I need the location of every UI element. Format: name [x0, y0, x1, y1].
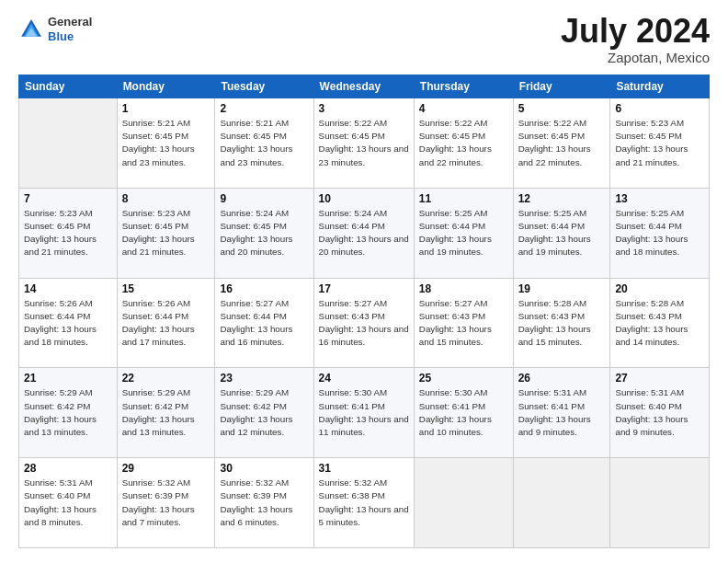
cell-info: Sunrise: 5:31 AMSunset: 6:41 PMDaylight:…	[518, 386, 606, 439]
cell-info: Sunrise: 5:25 AMSunset: 6:44 PMDaylight:…	[419, 207, 508, 259]
column-header-tuesday: Tuesday	[215, 75, 313, 98]
calendar-cell: 13Sunrise: 5:25 AMSunset: 6:44 PMDayligh…	[610, 188, 710, 278]
calendar-cell: 31Sunrise: 5:32 AMSunset: 6:38 PMDayligh…	[313, 458, 414, 548]
cell-info: Sunrise: 5:23 AMSunset: 6:45 PMDaylight:…	[122, 207, 210, 259]
cell-info: Sunrise: 5:22 AMSunset: 6:45 PMDaylight:…	[319, 117, 409, 169]
calendar-week-4: 28Sunrise: 5:31 AMSunset: 6:40 PMDayligh…	[19, 458, 710, 548]
calendar-cell: 2Sunrise: 5:21 AMSunset: 6:45 PMDaylight…	[215, 98, 313, 189]
cell-info: Sunrise: 5:27 AMSunset: 6:44 PMDaylight:…	[220, 297, 308, 350]
calendar-cell: 1Sunrise: 5:21 AMSunset: 6:45 PMDaylight…	[117, 98, 215, 189]
calendar-subtitle: Zapotan, Mexico	[561, 50, 710, 65]
cell-info: Sunrise: 5:32 AMSunset: 6:39 PMDaylight:…	[220, 477, 308, 529]
calendar-cell: 12Sunrise: 5:25 AMSunset: 6:44 PMDayligh…	[513, 188, 610, 278]
cell-info: Sunrise: 5:21 AMSunset: 6:45 PMDaylight:…	[122, 117, 210, 169]
cell-info: Sunrise: 5:28 AMSunset: 6:43 PMDaylight:…	[615, 297, 704, 350]
calendar-cell	[513, 458, 610, 548]
calendar-cell: 30Sunrise: 5:32 AMSunset: 6:39 PMDayligh…	[215, 458, 313, 548]
cell-day-number: 11	[419, 192, 508, 205]
cell-day-number: 26	[518, 372, 606, 385]
cell-info: Sunrise: 5:30 AMSunset: 6:41 PMDaylight:…	[419, 386, 508, 439]
cell-day-number: 14	[24, 282, 112, 295]
calendar-week-2: 14Sunrise: 5:26 AMSunset: 6:44 PMDayligh…	[19, 278, 710, 368]
cell-info: Sunrise: 5:32 AMSunset: 6:38 PMDaylight:…	[319, 477, 409, 529]
calendar-cell: 8Sunrise: 5:23 AMSunset: 6:45 PMDaylight…	[117, 188, 215, 278]
calendar-cell: 28Sunrise: 5:31 AMSunset: 6:40 PMDayligh…	[19, 458, 118, 548]
cell-day-number: 27	[615, 372, 704, 385]
calendar-cell	[414, 458, 513, 548]
cell-info: Sunrise: 5:29 AMSunset: 6:42 PMDaylight:…	[24, 386, 112, 439]
column-header-monday: Monday	[117, 75, 215, 98]
calendar-cell: 3Sunrise: 5:22 AMSunset: 6:45 PMDaylight…	[313, 98, 414, 189]
calendar-header-row: SundayMondayTuesdayWednesdayThursdayFrid…	[19, 75, 710, 98]
logo: General Blue	[18, 15, 92, 43]
calendar-cell: 19Sunrise: 5:28 AMSunset: 6:43 PMDayligh…	[513, 278, 610, 368]
calendar-cell: 5Sunrise: 5:22 AMSunset: 6:45 PMDaylight…	[513, 98, 610, 189]
cell-info: Sunrise: 5:21 AMSunset: 6:45 PMDaylight:…	[220, 117, 308, 169]
cell-info: Sunrise: 5:26 AMSunset: 6:44 PMDaylight:…	[122, 297, 210, 350]
calendar-cell	[19, 98, 118, 189]
cell-info: Sunrise: 5:24 AMSunset: 6:45 PMDaylight:…	[220, 207, 308, 259]
calendar-cell: 9Sunrise: 5:24 AMSunset: 6:45 PMDaylight…	[215, 188, 313, 278]
calendar-title: July 2024	[561, 15, 710, 48]
cell-day-number: 18	[419, 282, 508, 295]
cell-info: Sunrise: 5:23 AMSunset: 6:45 PMDaylight:…	[615, 117, 704, 169]
calendar-cell: 27Sunrise: 5:31 AMSunset: 6:40 PMDayligh…	[610, 368, 710, 458]
cell-day-number: 4	[419, 102, 508, 115]
cell-day-number: 17	[319, 282, 409, 295]
calendar-table: SundayMondayTuesdayWednesdayThursdayFrid…	[18, 75, 710, 548]
calendar-cell: 23Sunrise: 5:29 AMSunset: 6:42 PMDayligh…	[215, 368, 313, 458]
cell-day-number: 7	[24, 192, 112, 205]
calendar-cell: 14Sunrise: 5:26 AMSunset: 6:44 PMDayligh…	[19, 278, 118, 368]
header: General Blue July 2024 Zapotan, Mexico	[18, 15, 710, 65]
cell-info: Sunrise: 5:26 AMSunset: 6:44 PMDaylight:…	[24, 297, 112, 350]
calendar-cell: 6Sunrise: 5:23 AMSunset: 6:45 PMDaylight…	[610, 98, 710, 189]
logo-line2: Blue	[48, 29, 92, 44]
calendar-week-3: 21Sunrise: 5:29 AMSunset: 6:42 PMDayligh…	[19, 368, 710, 458]
calendar-cell: 25Sunrise: 5:30 AMSunset: 6:41 PMDayligh…	[414, 368, 513, 458]
calendar-cell: 29Sunrise: 5:32 AMSunset: 6:39 PMDayligh…	[117, 458, 215, 548]
cell-day-number: 19	[518, 282, 606, 295]
cell-info: Sunrise: 5:32 AMSunset: 6:39 PMDaylight:…	[122, 477, 210, 529]
cell-day-number: 10	[319, 192, 409, 205]
cell-day-number: 20	[615, 282, 704, 295]
calendar-cell: 16Sunrise: 5:27 AMSunset: 6:44 PMDayligh…	[215, 278, 313, 368]
logo-icon	[18, 17, 44, 42]
cell-day-number: 3	[319, 102, 409, 115]
cell-day-number: 22	[122, 372, 210, 385]
cell-day-number: 24	[319, 372, 409, 385]
cell-day-number: 21	[24, 372, 112, 385]
cell-info: Sunrise: 5:22 AMSunset: 6:45 PMDaylight:…	[518, 117, 606, 169]
cell-info: Sunrise: 5:31 AMSunset: 6:40 PMDaylight:…	[24, 477, 112, 529]
cell-info: Sunrise: 5:25 AMSunset: 6:44 PMDaylight:…	[615, 207, 704, 259]
cell-day-number: 28	[24, 462, 112, 475]
calendar-cell: 10Sunrise: 5:24 AMSunset: 6:44 PMDayligh…	[313, 188, 414, 278]
cell-day-number: 13	[615, 192, 704, 205]
column-header-thursday: Thursday	[414, 75, 513, 98]
cell-day-number: 25	[419, 372, 508, 385]
cell-day-number: 12	[518, 192, 606, 205]
calendar-cell	[610, 458, 710, 548]
cell-info: Sunrise: 5:23 AMSunset: 6:45 PMDaylight:…	[24, 207, 112, 259]
title-block: July 2024 Zapotan, Mexico	[561, 15, 710, 65]
calendar-cell: 26Sunrise: 5:31 AMSunset: 6:41 PMDayligh…	[513, 368, 610, 458]
calendar-cell: 4Sunrise: 5:22 AMSunset: 6:45 PMDaylight…	[414, 98, 513, 189]
cell-info: Sunrise: 5:25 AMSunset: 6:44 PMDaylight:…	[518, 207, 606, 259]
cell-day-number: 23	[220, 372, 308, 385]
cell-day-number: 30	[220, 462, 308, 475]
cell-day-number: 2	[220, 102, 308, 115]
calendar-week-1: 7Sunrise: 5:23 AMSunset: 6:45 PMDaylight…	[19, 188, 710, 278]
calendar-cell: 15Sunrise: 5:26 AMSunset: 6:44 PMDayligh…	[117, 278, 215, 368]
cell-day-number: 8	[122, 192, 210, 205]
column-header-friday: Friday	[513, 75, 610, 98]
cell-day-number: 29	[122, 462, 210, 475]
cell-info: Sunrise: 5:27 AMSunset: 6:43 PMDaylight:…	[319, 297, 409, 350]
cell-day-number: 9	[220, 192, 308, 205]
calendar-cell: 11Sunrise: 5:25 AMSunset: 6:44 PMDayligh…	[414, 188, 513, 278]
cell-info: Sunrise: 5:24 AMSunset: 6:44 PMDaylight:…	[319, 207, 409, 259]
calendar-week-0: 1Sunrise: 5:21 AMSunset: 6:45 PMDaylight…	[19, 98, 710, 189]
cell-day-number: 5	[518, 102, 606, 115]
cell-day-number: 6	[615, 102, 704, 115]
calendar-cell: 21Sunrise: 5:29 AMSunset: 6:42 PMDayligh…	[19, 368, 118, 458]
cell-info: Sunrise: 5:22 AMSunset: 6:45 PMDaylight:…	[419, 117, 508, 169]
calendar-cell: 22Sunrise: 5:29 AMSunset: 6:42 PMDayligh…	[117, 368, 215, 458]
